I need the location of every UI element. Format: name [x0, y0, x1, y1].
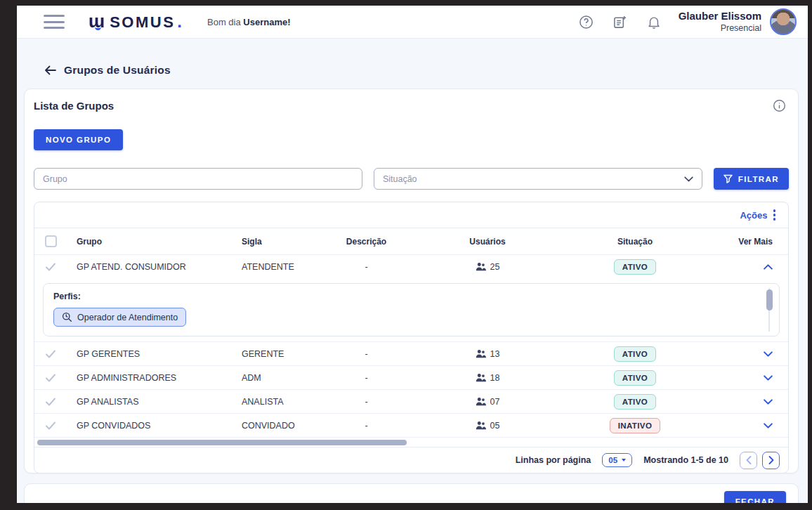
header-usuarios: Usuários: [469, 237, 505, 247]
bell-icon[interactable]: [646, 14, 662, 30]
logo-dot: .: [177, 12, 182, 32]
page-title: Grupos de Usuários: [64, 64, 171, 77]
chevron-down-icon[interactable]: [764, 351, 788, 357]
dropdown-triangle-icon: [622, 459, 626, 462]
horizontal-scrollbar: [34, 437, 788, 447]
row-check-icon[interactable]: [34, 373, 77, 383]
situation-select[interactable]: Situação: [374, 168, 702, 190]
chevron-down-icon[interactable]: [764, 375, 788, 381]
greeting-prefix: Bom dia: [207, 17, 243, 27]
chevron-up-icon[interactable]: [764, 264, 788, 270]
status-badge: ATIVO: [614, 370, 656, 386]
users-icon: [476, 373, 486, 382]
search-profile-icon: [62, 312, 72, 322]
rows-per-page-select[interactable]: 05: [602, 453, 632, 467]
cell-usuarios: 05: [476, 421, 500, 431]
next-page-button[interactable]: [762, 452, 780, 469]
table-row[interactable]: GP ATEND. CONSUMIDOR ATENDENTE - 25 ATIV…: [34, 254, 788, 278]
status-badge: ATIVO: [614, 346, 656, 362]
situation-placeholder: Situação: [383, 174, 417, 184]
profile-chip-label: Operador de Atendimento: [77, 313, 178, 322]
cell-descricao: -: [365, 373, 367, 383]
logo-text: somus: [110, 13, 175, 32]
cell-sigla: ADM: [242, 373, 326, 383]
row-check-icon[interactable]: [34, 262, 77, 272]
topbar-right: Glauber Elissom Presencial: [561, 8, 797, 35]
prev-page-button[interactable]: [740, 452, 757, 469]
card-header: Lista de Grupos: [34, 99, 789, 112]
row-check-icon[interactable]: [34, 397, 77, 407]
cell-sigla: ANALISTA: [242, 397, 326, 407]
cell-usuarios: 13: [476, 349, 500, 359]
hscroll-thumb[interactable]: [37, 440, 407, 445]
cell-sigla: CONVIDADO: [242, 421, 326, 431]
rows-per-page-label: Linhas por página: [516, 455, 591, 465]
header-grupo: Grupo: [77, 237, 242, 247]
row-check-icon[interactable]: [34, 421, 77, 431]
new-group-button[interactable]: NOVO GRUPO: [34, 129, 123, 150]
breadcrumb: Grupos de Usuários: [17, 39, 808, 77]
cell-grupo: GP ATEND. CONSUMIDOR: [77, 262, 242, 272]
page-nav: [740, 452, 780, 469]
info-icon[interactable]: [773, 99, 786, 112]
groups-list-card: Lista de Grupos NOVO GRUPO Situação: [24, 89, 799, 473]
row-check-icon[interactable]: [34, 349, 77, 359]
status-badge: ATIVO: [614, 394, 656, 410]
kebab-menu-icon[interactable]: [773, 209, 776, 221]
table-row[interactable]: GP GERENTES GERENTE - 13 ATIVO: [34, 341, 788, 365]
cell-descricao: -: [365, 397, 367, 407]
card-title: Lista de Grupos: [34, 100, 114, 112]
users-count: 07: [490, 397, 500, 407]
greeting-text: Bom dia Username!: [207, 17, 291, 27]
app-screen: ɯ somus . Bom dia Username!: [17, 6, 808, 503]
table-row[interactable]: GP ANALISTAS ANALISTA - 07 ATIVO: [34, 389, 788, 413]
greeting-username: Username!: [243, 17, 290, 27]
viewport-frame: ɯ somus . Bom dia Username!: [0, 0, 812, 510]
profile-chip[interactable]: Operador de Atendimento: [53, 308, 186, 327]
cell-descricao: -: [365, 349, 367, 359]
close-button[interactable]: FECHAR: [724, 491, 786, 503]
pagination-bar: Linhas por página 05 Mostrando 1-5 de 10: [34, 447, 788, 473]
table-header-row: Grupo Sigla Descrição Usuários Situação …: [34, 228, 788, 254]
filter-button-label: FILTRAR: [738, 175, 779, 183]
cell-sigla: GERENTE: [242, 349, 326, 359]
chevron-down-icon[interactable]: [764, 399, 788, 405]
chevron-down-icon[interactable]: [764, 423, 788, 429]
back-arrow-icon[interactable]: [44, 65, 57, 76]
filter-button[interactable]: FILTRAR: [714, 168, 789, 190]
showing-range: Mostrando 1-5 de 10: [643, 455, 728, 465]
menu-icon[interactable]: [44, 15, 65, 29]
panel-scrollbar: [766, 288, 773, 332]
users-icon: [476, 397, 486, 406]
status-badge: INATIVO: [610, 418, 661, 433]
group-filter-input[interactable]: [34, 168, 362, 190]
cell-grupo: GP ANALISTAS: [77, 397, 242, 407]
user-block[interactable]: Glauber Elissom Presencial: [679, 10, 761, 34]
table-row[interactable]: GP CONVIDADOS CONVIDADO - 05 INATIVO: [34, 413, 788, 437]
header-situacao: Situação: [617, 237, 653, 247]
app-logo: ɯ somus .: [89, 12, 182, 32]
users-icon: [476, 421, 486, 430]
scroll-thumb[interactable]: [766, 289, 773, 310]
cell-descricao: -: [365, 421, 367, 431]
groups-table: Ações Grupo Sigla Descrição Usuários Sit…: [34, 202, 789, 473]
cell-usuarios: 25: [476, 262, 500, 272]
topbar: ɯ somus . Bom dia Username!: [17, 6, 808, 39]
header-descricao: Descrição: [346, 237, 386, 247]
cell-grupo: GP GERENTES: [77, 349, 242, 359]
users-count: 25: [490, 262, 500, 272]
main-content: Grupos de Usuários Lista de Grupos NOVO …: [17, 39, 808, 503]
user-status: Presencial: [679, 23, 761, 34]
chevron-down-icon: [684, 176, 693, 182]
cell-usuarios: 18: [476, 373, 500, 383]
cell-grupo: GP ADMINISTRADORES: [77, 373, 242, 383]
select-all-checkbox[interactable]: [45, 235, 57, 247]
table-row[interactable]: GP ADMINISTRADORES ADM - 18 ATIVO: [34, 365, 788, 389]
user-name: Glauber Elissom: [679, 10, 761, 23]
note-add-icon[interactable]: [613, 14, 628, 30]
actions-bar: Ações: [34, 202, 788, 228]
avatar[interactable]: [770, 8, 797, 35]
actions-link[interactable]: Ações: [740, 210, 767, 221]
help-icon[interactable]: [579, 14, 594, 30]
cell-sigla: ATENDENTE: [242, 262, 326, 272]
